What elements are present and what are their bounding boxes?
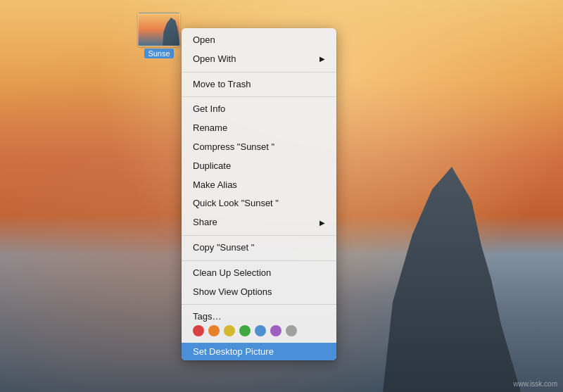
tags-container: Tags… [182, 308, 336, 340]
menu-item-open-with[interactable]: Open With ▶ [182, 50, 336, 69]
tag-purple[interactable] [270, 325, 282, 336]
tag-yellow[interactable] [224, 325, 235, 336]
menu-section-tags: Tags… [182, 304, 336, 343]
share-arrow: ▶ [320, 217, 325, 229]
menu-section-3: Get Info Rename Compress "Sunset " Dupli… [182, 96, 336, 235]
menu-item-rename[interactable]: Rename [182, 119, 336, 138]
context-menu: Open Open With ▶ Move to Trash Get Info … [182, 28, 336, 360]
tags-label[interactable]: Tags… [193, 311, 325, 322]
menu-section-5: Clean Up Selection Show View Options [182, 260, 336, 305]
menu-section-1: Open Open With ▶ [182, 28, 336, 72]
file-thumbnail [138, 13, 180, 46]
menu-section-4: Copy "Sunset " [182, 235, 336, 260]
file-label: Sunse [144, 49, 173, 58]
menu-item-compress[interactable]: Compress "Sunset " [182, 138, 336, 157]
tag-red[interactable] [193, 325, 204, 336]
menu-item-open[interactable]: Open [182, 31, 336, 50]
tag-blue[interactable] [255, 325, 266, 336]
tag-orange[interactable] [208, 325, 220, 336]
tag-green[interactable] [239, 325, 251, 336]
menu-item-copy[interactable]: Copy "Sunset " [182, 239, 336, 258]
menu-item-get-info[interactable]: Get Info [182, 100, 336, 119]
tag-gray[interactable] [286, 325, 297, 336]
menu-item-clean-up[interactable]: Clean Up Selection [182, 264, 336, 283]
menu-item-move-to-trash[interactable]: Move to Trash [182, 75, 336, 94]
desktop-file-icon[interactable]: Sunse [134, 13, 184, 58]
menu-item-quick-look[interactable]: Quick Look "Sunset " [182, 194, 336, 213]
menu-item-show-view[interactable]: Show View Options [182, 283, 336, 302]
menu-item-share[interactable]: Share ▶ [182, 213, 336, 232]
watermark: www.issk.com [513, 380, 557, 388]
open-with-arrow: ▶ [320, 53, 325, 65]
menu-item-set-desktop[interactable]: Set Desktop Picture [182, 343, 336, 360]
menu-item-duplicate[interactable]: Duplicate [182, 157, 336, 176]
menu-section-2: Move to Trash [182, 72, 336, 97]
menu-item-make-alias[interactable]: Make Alias [182, 176, 336, 195]
tags-dots [193, 325, 325, 336]
